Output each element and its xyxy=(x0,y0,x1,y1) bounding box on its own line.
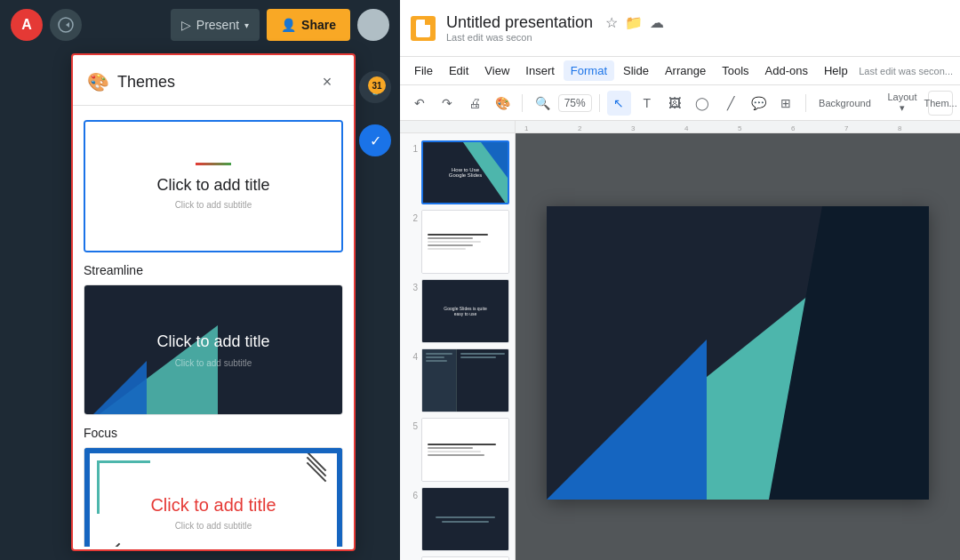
close-button[interactable]: × xyxy=(315,69,340,94)
table-row: 4 xyxy=(405,348,509,412)
line xyxy=(428,234,488,236)
menu-slide[interactable]: Slide xyxy=(616,60,656,81)
line xyxy=(428,248,466,250)
line xyxy=(428,237,473,239)
ruler-area: 1 2 3 4 5 6 7 8 xyxy=(400,121,960,133)
shape-tool[interactable]: ◯ xyxy=(691,91,715,116)
focus-subtitle: Click to add subtitle xyxy=(175,521,252,531)
blank-theme-title: Click to add title xyxy=(156,176,269,195)
slide-6-preview xyxy=(422,488,508,550)
slide-thumb-5[interactable] xyxy=(421,418,509,482)
line xyxy=(426,360,447,362)
toolbar-divider-1 xyxy=(522,94,523,112)
formatting-toolbar: ↶ ↷ 🖨 🎨 🔍 75% ↖ T 🖼 ◯ ╱ 💬 ⊞ Background L… xyxy=(400,85,960,121)
line xyxy=(428,447,473,449)
star-icon[interactable]: ☆ xyxy=(605,14,618,31)
table-row: 6 xyxy=(405,487,509,551)
embed-tool[interactable]: ⊞ xyxy=(774,91,798,116)
zoom-button[interactable]: 🔍 xyxy=(530,91,554,116)
theme-card-focus[interactable]: Click to add title Click to add subtitle xyxy=(84,447,343,547)
zoom-value[interactable]: 75% xyxy=(558,94,592,112)
svg-text:2: 2 xyxy=(578,124,582,132)
themes-header: 🎨 Themes × xyxy=(73,55,354,106)
share-button[interactable]: 👤 Share xyxy=(267,9,350,41)
menu-bar: File Edit View Insert Format Slide Arran… xyxy=(400,57,960,85)
checkmark-icon[interactable]: ✓ xyxy=(359,124,391,156)
menu-edit[interactable]: Edit xyxy=(442,60,476,81)
menu-view[interactable]: View xyxy=(477,60,516,81)
slide-1-text: How to UseGoogle Slides xyxy=(449,167,482,178)
menu-arrange[interactable]: Arrange xyxy=(658,60,713,81)
presentation-title[interactable]: Untitled presentation xyxy=(446,13,593,32)
menu-tools[interactable]: Tools xyxy=(715,60,756,81)
paint-format-button[interactable]: 🎨 xyxy=(491,91,515,116)
background-button[interactable]: Background xyxy=(813,91,876,116)
google-account-icon[interactable] xyxy=(50,9,82,41)
undo-button[interactable]: ↶ xyxy=(407,91,431,116)
slide-number-6: 6 xyxy=(405,487,418,500)
logo-inner xyxy=(416,20,430,37)
present-icon: ▷ xyxy=(181,18,191,32)
menu-addons[interactable]: Add-ons xyxy=(758,60,815,81)
theme-card-default[interactable]: Click to add title Click to add subtitle xyxy=(84,120,343,252)
theme-card-streamline[interactable]: Click to add title Click to add subtitle xyxy=(84,284,343,415)
left-panel: A ▷ Present ▾ 👤 Share 💡 31 ✓ xyxy=(0,0,400,560)
focus-corner-tl xyxy=(97,460,150,514)
table-row: 2 xyxy=(405,210,509,274)
menu-help[interactable]: Help xyxy=(817,60,855,81)
slide1-blue-shape xyxy=(481,142,508,178)
slide-thumb-2[interactable] xyxy=(421,210,509,274)
focus-line-bl-1 xyxy=(100,543,121,547)
focus-title: Click to add title xyxy=(150,495,276,516)
cursor-tool[interactable]: ↖ xyxy=(607,91,631,116)
cloud-icon[interactable]: ☁ xyxy=(650,14,664,31)
blank-theme-subtitle: Click to add subtitle xyxy=(175,200,252,210)
main-blue-shape xyxy=(547,340,707,500)
slide-5-preview xyxy=(422,419,508,481)
slides-thumbnail-panel[interactable]: 1 How to UseGoogle Slides 2 xyxy=(400,133,516,560)
slide4-left xyxy=(422,349,457,412)
notification-badge: 31 xyxy=(368,76,386,94)
slide-thumb-3[interactable]: Google Slides is quiteeasy to use xyxy=(421,279,509,343)
comment-tool[interactable]: 💬 xyxy=(746,91,770,116)
slide-thumb-6[interactable] xyxy=(421,487,509,551)
line xyxy=(436,516,496,518)
slide-number-7: 7 xyxy=(405,556,418,560)
image-tool[interactable]: 🖼 xyxy=(662,91,686,116)
slide-canvas-area[interactable] xyxy=(516,133,960,560)
slide-1-preview: How to UseGoogle Slides xyxy=(423,142,508,203)
share-icon: 👤 xyxy=(281,18,296,32)
line-tool[interactable]: ╱ xyxy=(718,91,742,116)
menu-insert[interactable]: Insert xyxy=(518,60,562,81)
blue-triangle xyxy=(84,361,147,414)
profile-avatar[interactable] xyxy=(357,9,389,41)
slide-thumb-7[interactable] xyxy=(421,556,509,560)
toolbar: A ▷ Present ▾ 👤 Share xyxy=(0,0,400,50)
toolbar-divider-3 xyxy=(805,94,806,112)
autosave-status: Last edit was secon... xyxy=(859,66,953,76)
main-slide[interactable] xyxy=(547,206,929,500)
streamline-label: Streamline xyxy=(84,263,343,277)
slide-number-5: 5 xyxy=(405,418,418,431)
redo-button[interactable]: ↷ xyxy=(435,91,459,116)
print-button[interactable]: 🖨 xyxy=(463,91,487,116)
folder-icon[interactable]: 📁 xyxy=(625,14,643,31)
avatar[interactable]: A xyxy=(11,9,43,41)
slides-content: 1 How to UseGoogle Slides 2 xyxy=(400,133,960,560)
menu-format[interactable]: Format xyxy=(564,60,614,81)
layout-button[interactable]: Layout ▾ xyxy=(880,91,924,116)
slide-thumb-1[interactable]: How to UseGoogle Slides xyxy=(421,140,509,204)
focus-label: Focus xyxy=(84,426,343,440)
present-button[interactable]: ▷ Present ▾ xyxy=(171,9,260,41)
slide-thumb-4[interactable] xyxy=(421,348,509,412)
themes-scroll-area[interactable]: Click to add title Click to add subtitle… xyxy=(73,106,354,547)
line xyxy=(442,521,489,523)
theme-button[interactable]: Them... xyxy=(928,91,953,116)
text-tool[interactable]: T xyxy=(635,91,659,116)
line xyxy=(460,356,496,358)
svg-text:4: 4 xyxy=(684,124,689,132)
streamline-subtitle: Click to add subtitle xyxy=(175,358,252,368)
menu-file[interactable]: File xyxy=(407,60,440,81)
svg-text:6: 6 xyxy=(791,124,796,132)
svg-text:7: 7 xyxy=(844,124,849,132)
